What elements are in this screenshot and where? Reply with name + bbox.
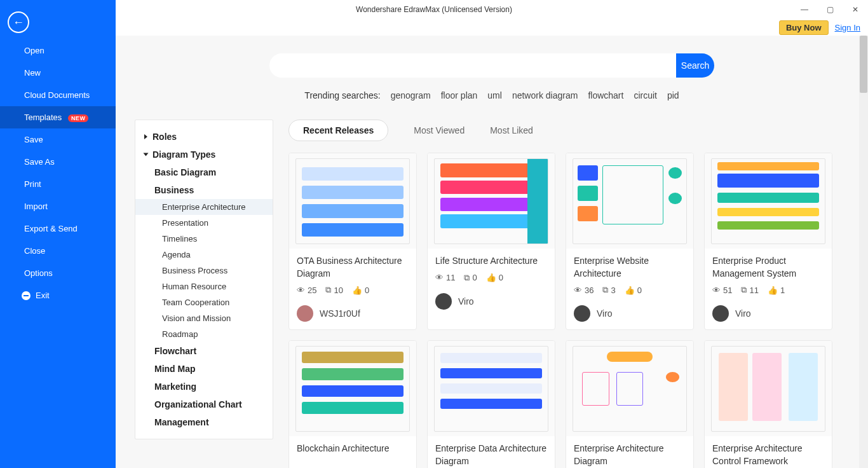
views-count: 51	[723, 286, 732, 295]
likes-count: 0	[499, 273, 503, 282]
sidebar-item-import[interactable]: Import	[0, 195, 116, 217]
tree-leaf[interactable]: Presentation	[135, 215, 273, 231]
sidebar-item-save[interactable]: Save	[0, 128, 116, 151]
template-stats: 👁51 ⧉11 👍1	[705, 282, 832, 300]
maximize-button[interactable]: ▢	[817, 0, 843, 19]
template-title: Enterprise Architecture Diagram	[566, 436, 693, 468]
template-thumbnail	[289, 153, 416, 249]
template-card[interactable]: Life Structure Architecture 👁11 ⧉0 👍0 Vi…	[427, 153, 555, 330]
author-name: Viro	[597, 308, 613, 319]
sidebar-item-label: Save As	[24, 157, 55, 167]
search-button[interactable]: Search	[676, 53, 714, 78]
eye-icon: 👁	[712, 286, 721, 295]
filter-recent[interactable]: Recent Releases	[288, 120, 388, 141]
template-thumbnail	[566, 341, 693, 436]
likes-count: 0	[637, 286, 642, 295]
views-count: 11	[446, 273, 455, 282]
filter-most-viewed[interactable]: Most Viewed	[414, 125, 465, 135]
template-card[interactable]: OTA Business Architecture Diagram 👁25 ⧉1…	[288, 153, 417, 330]
likes-count: 1	[780, 286, 785, 295]
tree-item[interactable]: Mind Map	[135, 360, 273, 378]
window-title: Wondershare EdrawMax (Unlicensed Version…	[356, 5, 512, 14]
filter-tabs: Recent Releases Most Viewed Most Liked	[288, 120, 862, 141]
scrollbar-thumb[interactable]	[860, 36, 867, 93]
search-input[interactable]	[269, 53, 676, 78]
author-name: Viro	[735, 308, 751, 319]
tree-item[interactable]: Flowchart	[135, 342, 273, 360]
tree-leaf[interactable]: Agenda	[135, 247, 273, 263]
template-author: Viro	[705, 300, 832, 329]
sidebar-item-saveas[interactable]: Save As	[0, 151, 116, 173]
scrollbar-track[interactable]	[859, 36, 868, 468]
avatar	[574, 305, 590, 322]
trending-term[interactable]: pid	[667, 90, 679, 100]
sidebar-item-label: Save	[24, 135, 43, 144]
like-icon: 👍	[625, 286, 635, 295]
caret-right-icon	[144, 134, 147, 139]
tree-leaf[interactable]: Business Process	[135, 263, 273, 279]
template-card[interactable]: Enterprise Website Architecture 👁36 ⧉3 👍…	[566, 153, 694, 330]
tree-item[interactable]: Organizational Chart	[135, 396, 273, 413]
sidebar-item-open[interactable]: Open	[0, 39, 116, 62]
buy-now-button[interactable]: Buy Now	[779, 20, 829, 35]
template-title: Enterprise Product Management System	[705, 249, 832, 282]
template-card[interactable]: Enterprise Product Management System 👁51…	[704, 153, 832, 330]
template-card[interactable]: Enterprise Architecture Diagram	[566, 340, 694, 468]
tree-leaf[interactable]: Human Resource	[135, 279, 273, 294]
sidebar-item-cloud[interactable]: Cloud Documents	[0, 84, 116, 106]
tree-leaf[interactable]: Roadmap	[135, 326, 273, 342]
search-box: Search	[269, 53, 714, 78]
tree-item[interactable]: Marketing	[135, 378, 273, 396]
copies-count: 3	[611, 286, 615, 295]
template-card[interactable]: Enterprise Data Architecture Diagram	[427, 340, 555, 468]
sign-in-link[interactable]: Sign In	[835, 23, 860, 32]
trending-term[interactable]: network diagram	[512, 90, 578, 100]
new-badge: NEW	[68, 114, 89, 122]
trending-term[interactable]: circuit	[634, 90, 657, 100]
arrow-left-icon: ←	[13, 16, 24, 29]
sidebar-item-exit[interactable]: Exit	[0, 284, 116, 306]
views-count: 36	[585, 286, 593, 295]
sidebar-item-templates[interactable]: Templates NEW	[0, 106, 116, 128]
sidebar-item-label: New	[24, 68, 41, 78]
template-thumbnail	[705, 153, 832, 249]
filter-most-liked[interactable]: Most Liked	[490, 125, 533, 135]
like-icon: 👍	[352, 286, 362, 295]
template-thumbnail	[566, 153, 693, 249]
sidebar-item-label: Templates	[24, 113, 62, 122]
trending-term[interactable]: uml	[487, 90, 502, 100]
template-title: Enterprise Website Architecture	[566, 249, 693, 282]
content-area: Search Trending searches: genogram floor…	[116, 36, 868, 468]
sidebar-item-print[interactable]: Print	[0, 173, 116, 195]
tree-section-diagram-types[interactable]: Diagram Types	[135, 146, 273, 163]
minimize-button[interactable]: —	[792, 0, 817, 19]
copy-icon: ⧉	[325, 285, 331, 295]
tree-leaf[interactable]: Team Cooperation	[135, 294, 273, 310]
tree-leaf-enterprise-architecture[interactable]: Enterprise Architecture	[135, 199, 273, 215]
tree-item-business[interactable]: Business	[135, 181, 273, 199]
exit-icon	[22, 291, 31, 300]
avatar	[712, 305, 729, 322]
tree-item[interactable]: Basic Diagram	[135, 163, 273, 181]
trending-term[interactable]: flowchart	[588, 90, 623, 100]
sidebar-item-options[interactable]: Options	[0, 262, 116, 284]
tree-leaf[interactable]: Vision and Mission	[135, 310, 273, 326]
back-button[interactable]: ←	[8, 11, 29, 33]
tree-label: Diagram Types	[153, 149, 215, 160]
sidebar-item-label: Print	[24, 179, 41, 189]
template-panel: Recent Releases Most Viewed Most Liked	[288, 120, 862, 468]
views-count: 25	[308, 286, 316, 295]
author-name: Viro	[458, 296, 474, 306]
sidebar-item-export[interactable]: Export & Send	[0, 217, 116, 240]
template-card[interactable]: Enterprise Architecture Control Framewor…	[704, 340, 832, 468]
tree-section-roles[interactable]: Roles	[135, 128, 273, 146]
sidebar-item-new[interactable]: New	[0, 62, 116, 84]
trending-term[interactable]: floor plan	[441, 90, 478, 100]
sidebar-item-close[interactable]: Close	[0, 240, 116, 262]
template-card[interactable]: Blockchain Architecture	[288, 340, 417, 468]
close-window-button[interactable]: ✕	[843, 0, 868, 19]
template-thumbnail	[428, 153, 555, 249]
tree-leaf[interactable]: Timelines	[135, 231, 273, 247]
tree-item[interactable]: Management	[135, 413, 273, 431]
trending-term[interactable]: genogram	[391, 90, 431, 100]
